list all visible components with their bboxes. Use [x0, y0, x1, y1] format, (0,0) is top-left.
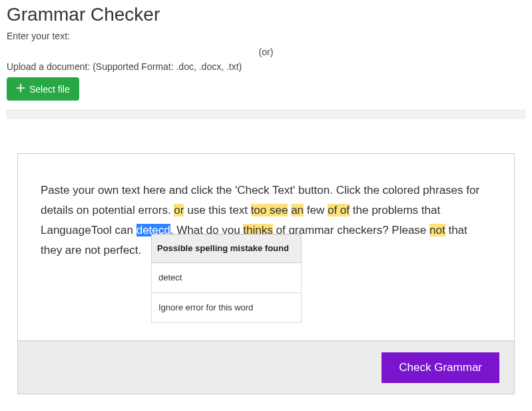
check-grammar-button[interactable]: Check Grammar [382, 352, 499, 383]
upload-label: Upload a document: (Supported Format: .d… [0, 61, 532, 77]
or-separator: (or) [0, 45, 532, 61]
editor-footer: Check Grammar [18, 340, 514, 394]
divider-bar [7, 110, 525, 119]
popup-suggestion-item[interactable]: detect [151, 263, 302, 293]
enter-text-label: Enter your text: [0, 28, 532, 45]
suggestion-popup: Possible spelling mistake found detect I… [151, 234, 302, 323]
grammar-highlight[interactable]: of of [328, 204, 350, 216]
editor-text-span: few [304, 204, 328, 216]
editor-textarea[interactable]: Paste your own text here and click the '… [18, 154, 514, 340]
select-file-label: Select file [29, 84, 70, 95]
popup-ignore-item[interactable]: Ignore error for this word [151, 293, 302, 323]
editor-text-span: use this text [184, 204, 250, 216]
editor-frame: Paste your own text here and click the '… [17, 153, 515, 394]
grammar-highlight[interactable]: too see [251, 204, 288, 216]
plus-icon [16, 83, 25, 95]
grammar-highlight[interactable]: not [429, 224, 445, 236]
grammar-highlight[interactable]: an [291, 204, 304, 216]
popup-title: Possible spelling mistake found [151, 234, 302, 263]
select-file-button[interactable]: Select file [7, 77, 79, 101]
page-title: Grammar Checker [0, 0, 532, 28]
grammar-highlight[interactable]: or [174, 204, 184, 216]
